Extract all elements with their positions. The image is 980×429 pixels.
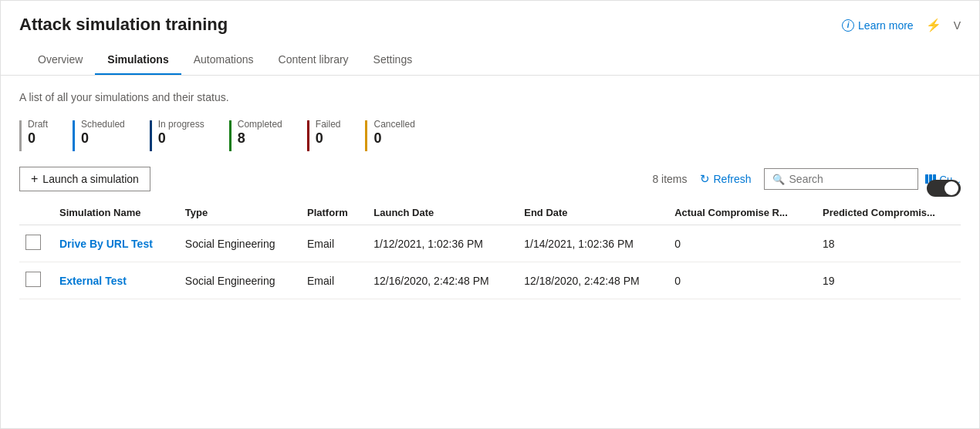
- search-box: 🔍: [764, 168, 918, 190]
- cell-simulation-name-row-2[interactable]: External Test: [50, 262, 176, 299]
- cell-type-row-2: Social Engineering: [176, 262, 298, 299]
- cell-predicted-compromise-row-2: 19: [813, 262, 961, 299]
- table-body: Drive By URL TestSocial EngineeringEmail…: [19, 225, 961, 299]
- stat-label-scheduled: Scheduled: [81, 119, 125, 130]
- stat-value-in-progress: 0: [158, 130, 204, 147]
- tab-content-library[interactable]: Content library: [266, 46, 361, 75]
- header-right: i Learn more ⚡ V: [842, 15, 961, 43]
- stat-value-scheduled: 0: [81, 130, 125, 147]
- stat-label-in-progress: In progress: [158, 119, 204, 130]
- table-row: Drive By URL TestSocial EngineeringEmail…: [19, 225, 961, 262]
- stat-value-cancelled: 0: [373, 130, 414, 147]
- cell-launch-date-row-1: 1/12/2021, 1:02:36 PM: [364, 225, 515, 262]
- cell-platform-row-2: Email: [298, 262, 364, 299]
- col-header-type[interactable]: Type: [176, 201, 298, 225]
- cell-simulation-name-row-1[interactable]: Drive By URL Test: [50, 225, 176, 262]
- tab-automations[interactable]: Automations: [181, 46, 266, 75]
- stats-row: Draft0Scheduled0In progress0Completed8Fa…: [19, 119, 961, 151]
- simulation-name-link[interactable]: Drive By URL Test: [59, 238, 153, 250]
- items-count: 8 items: [652, 173, 687, 185]
- col-header-predicted-compromise[interactable]: Predicted Compromis...: [813, 201, 961, 225]
- whats-new-icon: V: [954, 19, 961, 32]
- row-checkbox[interactable]: [25, 235, 41, 250]
- simulations-table-container: Simulation NameTypePlatformLaunch DateEn…: [19, 201, 961, 299]
- page-container: Attack simulation training OverviewSimul…: [0, 0, 980, 429]
- search-icon: 🔍: [772, 174, 785, 185]
- stat-bar-failed: [307, 120, 309, 151]
- header-left: Attack simulation training OverviewSimul…: [19, 15, 443, 75]
- cell-launch-date-row-2: 12/16/2020, 2:42:48 PM: [364, 262, 515, 299]
- checkbox-row-2[interactable]: [19, 262, 50, 299]
- col-header-end-date[interactable]: End Date: [515, 201, 665, 225]
- stat-failed: Failed0: [307, 119, 366, 151]
- tab-overview[interactable]: Overview: [38, 46, 95, 75]
- content-area: A list of all your simulations and their…: [1, 76, 979, 299]
- tabs-nav: OverviewSimulationsAutomationsContent li…: [19, 46, 443, 75]
- col-header-simulation-name[interactable]: Simulation Name: [50, 201, 176, 225]
- stat-completed: Completed8: [229, 119, 307, 151]
- learn-more-link[interactable]: i Learn more: [842, 19, 914, 32]
- stat-bar-draft: [19, 120, 22, 151]
- cell-end-date-row-2: 12/18/2020, 2:42:48 PM: [515, 262, 665, 299]
- header: Attack simulation training OverviewSimul…: [1, 1, 979, 76]
- description-text: A list of all your simulations and their…: [19, 91, 961, 103]
- stat-cancelled: Cancelled0: [365, 119, 439, 151]
- stat-bar-cancelled: [365, 120, 367, 151]
- stat-bar-scheduled: [73, 120, 75, 151]
- refresh-label: Refresh: [714, 173, 752, 185]
- toggle-knob: [945, 181, 958, 195]
- cell-type-row-1: Social Engineering: [176, 225, 298, 262]
- search-input[interactable]: [789, 173, 910, 185]
- tab-simulations[interactable]: Simulations: [95, 46, 181, 75]
- col-header-checkbox[interactable]: [19, 201, 50, 225]
- launch-simulation-button[interactable]: + Launch a simulation: [19, 167, 150, 191]
- simulation-name-link[interactable]: External Test: [59, 275, 127, 287]
- refresh-button[interactable]: ↻ Refresh: [694, 169, 758, 189]
- stat-value-completed: 8: [238, 130, 282, 147]
- learn-more-label: Learn more: [858, 19, 914, 32]
- refresh-icon: ↻: [700, 172, 710, 186]
- stat-label-draft: Draft: [28, 119, 48, 130]
- col-header-platform[interactable]: Platform: [298, 201, 364, 225]
- tab-settings[interactable]: Settings: [361, 46, 425, 75]
- stat-scheduled: Scheduled0: [73, 119, 150, 151]
- toolbar: + Launch a simulation 8 items ↻ Refresh …: [19, 167, 961, 191]
- stat-draft: Draft0: [19, 119, 73, 151]
- stat-in-progress: In progress0: [150, 119, 229, 151]
- page-title: Attack simulation training: [19, 15, 443, 35]
- stat-bar-in-progress: [150, 120, 152, 151]
- simulations-table: Simulation NameTypePlatformLaunch DateEn…: [19, 201, 961, 299]
- cell-end-date-row-1: 1/14/2021, 1:02:36 PM: [515, 225, 665, 262]
- stat-value-draft: 0: [28, 130, 48, 147]
- stat-label-cancelled: Cancelled: [373, 119, 414, 130]
- lightning-icon: ⚡: [926, 18, 941, 32]
- plus-icon: +: [31, 172, 38, 186]
- launch-button-label: Launch a simulation: [42, 173, 139, 185]
- table-header: Simulation NameTypePlatformLaunch DateEn…: [19, 201, 961, 225]
- stat-label-completed: Completed: [238, 119, 282, 130]
- stat-bar-completed: [229, 120, 231, 151]
- col-header-actual-compromise[interactable]: Actual Compromise R...: [665, 201, 813, 225]
- row-checkbox[interactable]: [25, 272, 41, 287]
- info-icon: i: [842, 19, 854, 32]
- cell-actual-compromise-row-2: 0: [665, 262, 813, 299]
- checkbox-row-1[interactable]: [19, 225, 50, 262]
- cell-platform-row-1: Email: [298, 225, 364, 262]
- cell-predicted-compromise-row-1: 18: [813, 225, 961, 262]
- toggle-switch[interactable]: [927, 180, 961, 197]
- col-header-launch-date[interactable]: Launch Date: [364, 201, 515, 225]
- stat-label-failed: Failed: [316, 119, 341, 130]
- table-row: External TestSocial EngineeringEmail12/1…: [19, 262, 961, 299]
- stat-value-failed: 0: [316, 130, 341, 147]
- cell-actual-compromise-row-1: 0: [665, 225, 813, 262]
